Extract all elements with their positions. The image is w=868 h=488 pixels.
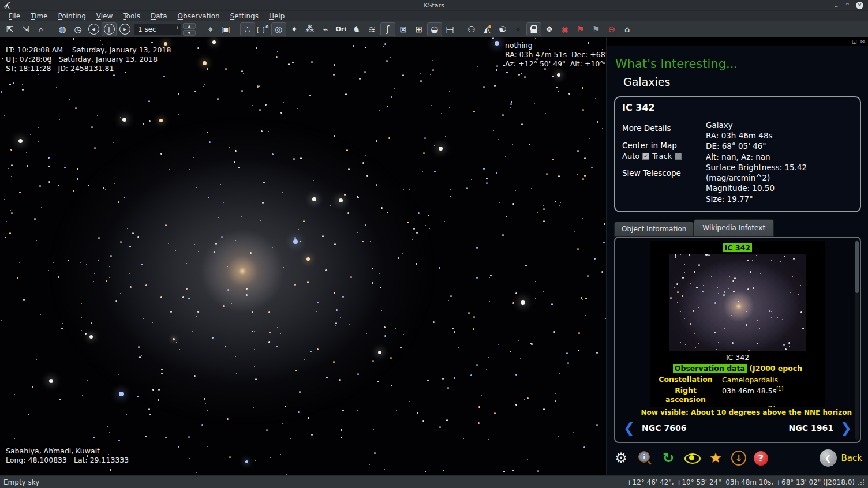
time-step-up-button[interactable]: ▲ bbox=[183, 23, 196, 29]
equatorial-grid-icon[interactable]: ⊠ bbox=[396, 22, 411, 36]
object-summary-line: Alt: nan, Az: nan bbox=[706, 152, 853, 162]
object-summary-line: Surface Brightness: 15.42 bbox=[706, 162, 853, 172]
auto-track-checkbox[interactable]: ✓ bbox=[642, 153, 649, 160]
next-object-icon[interactable]: ❯ bbox=[840, 421, 852, 435]
dock-float-icon[interactable]: ◱ bbox=[852, 39, 857, 44]
lock-coordinates-icon[interactable] bbox=[526, 22, 541, 36]
galaxy-view-icon[interactable]: ☯ bbox=[495, 22, 510, 36]
ekos-icon[interactable]: ⚇ bbox=[464, 22, 479, 36]
constellation-lines-icon[interactable]: ⌁ bbox=[318, 22, 333, 36]
time-step-plus-minus[interactable]: +− bbox=[174, 24, 181, 35]
time-step-back-icon[interactable]: ◂ bbox=[86, 22, 101, 36]
find-object-icon[interactable]: ⌕ bbox=[33, 22, 48, 36]
add-flag-icon[interactable]: ⚑ bbox=[573, 22, 588, 36]
sky-map[interactable]: LT: 10:28:08 AM Saturday, January 13, 20… bbox=[0, 37, 606, 475]
record-video-icon[interactable]: ◉ bbox=[558, 22, 573, 36]
hips-overlay-icon[interactable]: ▣ bbox=[219, 22, 234, 36]
horizontal-grid-icon[interactable]: ⊞ bbox=[411, 22, 426, 36]
bright-star bbox=[18, 139, 23, 143]
object-summary-line: DE: 68° 05' 46" bbox=[706, 141, 853, 151]
bright-star bbox=[339, 198, 343, 202]
menu-item-tools[interactable]: Tools bbox=[118, 12, 145, 21]
observatory-dome-icon[interactable]: ⌂ bbox=[620, 22, 635, 36]
time-step-down-button[interactable]: ▼ bbox=[183, 30, 196, 36]
toggle-supernovae-icon[interactable]: ✦ bbox=[287, 22, 302, 36]
slew-telescope-link[interactable]: Slew Telescope bbox=[622, 168, 706, 178]
kstars-app-icon bbox=[2, 1, 13, 10]
bright-star bbox=[49, 379, 53, 383]
menu-item-observation[interactable]: Observation bbox=[173, 12, 225, 21]
constellation-art-icon[interactable]: ♞ bbox=[349, 22, 364, 36]
bright-star bbox=[122, 118, 126, 122]
help-icon[interactable]: ? bbox=[754, 451, 768, 466]
snap-mode-icon[interactable]: ❖ bbox=[542, 22, 557, 36]
bright-star bbox=[212, 40, 216, 44]
object-nav-row: ❮ NGC 7606 NGC 1961 ❯ bbox=[615, 416, 860, 442]
wikipedia-detail-box: IC 342 IC 342 Observation data (J2000 ep… bbox=[614, 237, 861, 443]
previous-object-icon[interactable]: ❮ bbox=[623, 421, 635, 435]
observation-data-header: Observation data (J2000 epoch bbox=[654, 364, 821, 373]
milky-way-icon[interactable]: ʃ bbox=[380, 22, 395, 36]
menu-item-file[interactable]: File bbox=[3, 12, 25, 21]
tab-object-information[interactable]: Object Information bbox=[614, 222, 694, 237]
horizon-icon[interactable]: ◒ bbox=[427, 22, 442, 36]
resize-grip[interactable] bbox=[858, 479, 865, 485]
download-icon[interactable]: ↓ bbox=[731, 451, 746, 466]
wiki-scrollbar-thumb[interactable] bbox=[855, 241, 859, 293]
object-summary-line: (mag/arcmin^2) bbox=[706, 172, 853, 183]
list-flags-icon[interactable]: ⚑ bbox=[589, 22, 604, 36]
auto-label: Auto bbox=[622, 152, 639, 160]
details-info-icon[interactable] bbox=[637, 450, 653, 466]
set-time-icon[interactable]: ◷ bbox=[70, 22, 85, 36]
location-info-overlay: Sabahiya, Ahmadi, KuwaitLong: 48.100833 … bbox=[6, 446, 129, 465]
zoom-out-icon[interactable]: ⇲ bbox=[18, 22, 33, 36]
more-details-link[interactable]: More Details bbox=[622, 123, 706, 133]
track-label: Track bbox=[652, 152, 672, 160]
toggle-stars-icon[interactable]: ∴ bbox=[240, 22, 255, 36]
menu-item-view[interactable]: View bbox=[91, 12, 118, 21]
bright-star bbox=[557, 73, 560, 77]
toolbar-separator bbox=[234, 23, 240, 36]
constellation-names-icon[interactable]: Ori bbox=[334, 22, 349, 36]
constellation-boundaries-icon[interactable]: ≋ bbox=[365, 22, 380, 36]
time-step-forward-icon[interactable]: ▸ bbox=[117, 22, 132, 36]
whats-interesting-list-icon[interactable]: ▤ bbox=[443, 22, 458, 36]
menu-item-time[interactable]: Time bbox=[25, 12, 53, 21]
star-field-layer bbox=[0, 37, 1, 38]
minimize-button-icon[interactable]: ⌄ bbox=[834, 2, 839, 9]
close-button-icon[interactable]: ✕ bbox=[856, 2, 863, 9]
tab-wikipedia-infotext[interactable]: Wikipedia Infotext bbox=[694, 219, 774, 237]
menu-item-pointing[interactable]: Pointing bbox=[53, 12, 91, 21]
focus-info-line: RA: 03h 47m 51s Dec: +68° 08' 12" bbox=[505, 50, 606, 59]
focus-object-icon[interactable]: ⌖ bbox=[203, 22, 218, 36]
telescope-target-icon[interactable]: ⌖ bbox=[511, 22, 526, 36]
reload-icon[interactable]: ↻ bbox=[660, 450, 676, 466]
menu-item-data[interactable]: Data bbox=[145, 12, 173, 21]
location-info-line: Sabahiya, Ahmadi, Kuwait bbox=[6, 446, 129, 456]
zoom-in-icon[interactable]: ⇱ bbox=[2, 22, 17, 36]
time-step-input[interactable] bbox=[134, 24, 174, 35]
toggle-solar-system-icon[interactable]: ◎ bbox=[271, 22, 286, 36]
previous-object-label[interactable]: NGC 7606 bbox=[642, 423, 686, 433]
visibility-eye-icon[interactable] bbox=[684, 450, 700, 466]
track-checkbox[interactable] bbox=[675, 153, 682, 160]
toggle-satellites-icon[interactable]: ⁂ bbox=[302, 22, 317, 36]
geographic-location-icon[interactable]: ◍ bbox=[55, 22, 70, 36]
center-in-map-link[interactable]: Center in Map bbox=[622, 141, 706, 150]
dock-close-icon[interactable]: ⊠ bbox=[860, 39, 865, 44]
next-object-label[interactable]: NGC 1961 bbox=[789, 423, 833, 433]
object-summary-line: Size: 19.77" bbox=[706, 194, 853, 204]
toggle-deep-sky-icon[interactable]: ▢° bbox=[256, 22, 271, 36]
menu-item-help[interactable]: Help bbox=[264, 12, 290, 21]
settings-gear-icon[interactable]: ⚙ bbox=[613, 450, 629, 466]
back-button[interactable]: ❮ Back bbox=[820, 449, 862, 467]
toolbar-separator bbox=[49, 23, 54, 36]
object-summary-line: Magnitude: 10.50 bbox=[706, 183, 853, 193]
menu-item-settings[interactable]: Settings bbox=[225, 12, 264, 21]
maximize-button-icon[interactable]: ⌃ bbox=[845, 2, 850, 9]
favorite-star-icon[interactable]: ★ bbox=[708, 450, 724, 466]
do-not-disturb-icon[interactable]: ⊖ bbox=[604, 22, 619, 36]
pause-icon[interactable]: ‖ bbox=[102, 22, 117, 36]
light-pollution-icon[interactable]: ◭ bbox=[480, 22, 495, 36]
wiki-galaxy-rendering bbox=[669, 254, 806, 351]
